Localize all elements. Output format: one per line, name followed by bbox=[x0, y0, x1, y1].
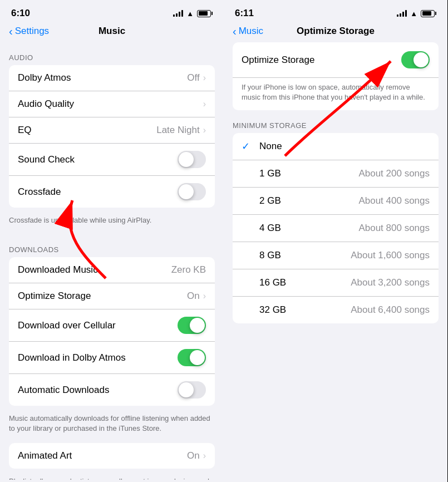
dolby-atmos-label: Dolby Atmos bbox=[18, 72, 71, 83]
download-cellular-knob bbox=[190, 318, 205, 333]
status-icons-left: ▲ bbox=[173, 9, 213, 18]
animated-art-note: Playlist, album, and artist pages, album… bbox=[0, 473, 224, 480]
automatic-downloads-label: Automatic Downloads bbox=[18, 385, 109, 396]
downloaded-music-row[interactable]: Downloaded Music Zero KB bbox=[9, 257, 215, 283]
animated-art-right: On › bbox=[187, 450, 206, 461]
checkmark-none: ✓ bbox=[242, 140, 253, 153]
optimize-group: Optimize Storage If your iPhone is low o… bbox=[233, 42, 439, 110]
dolby-atmos-row[interactable]: Dolby Atmos Off › bbox=[9, 65, 215, 91]
storage-left-16gb: ✓ 16 GB bbox=[242, 277, 286, 289]
automatic-downloads-knob bbox=[179, 382, 194, 397]
dolby-atmos-chevron: › bbox=[203, 73, 206, 83]
storage-label-8gb: 8 GB bbox=[259, 250, 281, 261]
storage-row-none[interactable]: ✓ None bbox=[233, 133, 439, 160]
battery-icon bbox=[197, 10, 213, 17]
storage-label-16gb: 16 GB bbox=[259, 277, 286, 288]
automatic-downloads-toggle[interactable] bbox=[178, 381, 206, 399]
optimize-storage-right: On › bbox=[187, 291, 206, 302]
downloaded-music-value: Zero KB bbox=[171, 264, 206, 276]
status-bar-right: 6:11 ▲ bbox=[224, 0, 447, 22]
dolby-atmos-right: Off › bbox=[187, 72, 206, 83]
eq-label: EQ bbox=[18, 125, 32, 136]
storage-label-none: None bbox=[259, 141, 282, 152]
automatic-downloads-row[interactable]: Automatic Downloads bbox=[9, 374, 215, 406]
eq-right: Late Night › bbox=[156, 125, 206, 136]
wifi-icon-right: ▲ bbox=[410, 9, 417, 18]
storage-label-2gb: 2 GB bbox=[259, 195, 281, 206]
back-chevron-left: ‹ bbox=[9, 26, 13, 37]
downloaded-music-label: Downloaded Music bbox=[18, 264, 98, 276]
animated-art-row[interactable]: Animated Art On › bbox=[9, 443, 215, 469]
storage-row-8gb[interactable]: ✓ 8 GB About 1,600 songs bbox=[233, 242, 439, 269]
animated-art-group: Animated Art On › bbox=[9, 443, 215, 469]
page-title-right: Optimize Storage bbox=[297, 26, 375, 37]
eq-row[interactable]: EQ Late Night › bbox=[9, 117, 215, 144]
download-dolby-row[interactable]: Download in Dolby Atmos bbox=[9, 342, 215, 374]
optimize-storage-toggle[interactable] bbox=[401, 51, 430, 68]
dolby-atmos-value: Off bbox=[187, 72, 199, 83]
signal-icon-right bbox=[397, 10, 407, 17]
page-title-left: Music bbox=[99, 26, 125, 37]
optimize-desc: If your iPhone is low on space, automati… bbox=[233, 78, 439, 110]
storage-row-32gb[interactable]: ✓ 32 GB About 6,400 songs bbox=[233, 297, 439, 323]
audio-quality-right: › bbox=[203, 99, 206, 109]
storage-detail-1gb: About 200 songs bbox=[358, 168, 430, 179]
crossfade-knob bbox=[179, 184, 194, 199]
right-phone-screen: 6:11 ▲ ‹ Music Optimize Storage bbox=[224, 0, 447, 482]
storage-detail-8gb: About 1,600 songs bbox=[351, 250, 430, 261]
storage-row-4gb[interactable]: ✓ 4 GB About 800 songs bbox=[233, 215, 439, 242]
signal-icon bbox=[173, 10, 183, 17]
download-cellular-row[interactable]: Download over Cellular bbox=[9, 309, 215, 342]
nav-bar-left: ‹ Settings Music bbox=[0, 22, 224, 42]
downloads-section-header: DOWNLOADS bbox=[0, 234, 224, 257]
eq-value: Late Night bbox=[156, 125, 200, 136]
audio-quality-chevron: › bbox=[203, 99, 206, 109]
status-bar-left: 6:10 ▲ bbox=[0, 0, 224, 22]
back-button-right[interactable]: ‹ Music bbox=[233, 26, 263, 37]
nav-bar-right: ‹ Music Optimize Storage bbox=[224, 22, 447, 42]
optimize-storage-value: On bbox=[187, 291, 200, 302]
sound-check-toggle[interactable] bbox=[178, 151, 206, 168]
status-time-left: 6:10 bbox=[11, 8, 30, 19]
audio-section-header: AUDIO bbox=[0, 42, 224, 65]
crossfade-label: Crossfade bbox=[18, 186, 61, 198]
crossfade-toggle[interactable] bbox=[178, 183, 206, 200]
sound-check-row[interactable]: Sound Check bbox=[9, 144, 215, 176]
status-icons-right: ▲ bbox=[397, 9, 436, 18]
crossfade-row[interactable]: Crossfade bbox=[9, 176, 215, 208]
storage-detail-4gb: About 800 songs bbox=[358, 223, 430, 234]
optimize-storage-knob bbox=[413, 52, 429, 67]
eq-chevron: › bbox=[203, 125, 206, 135]
storage-row-1gb[interactable]: ✓ 1 GB About 200 songs bbox=[233, 160, 439, 188]
storage-label-32gb: 32 GB bbox=[259, 304, 286, 316]
back-button-left[interactable]: ‹ Settings bbox=[9, 26, 49, 37]
audio-group: Dolby Atmos Off › Audio Quality › EQ Lat… bbox=[9, 65, 215, 208]
downloads-group: Downloaded Music Zero KB Optimize Storag… bbox=[9, 257, 215, 406]
optimize-storage-label: Optimize Storage bbox=[18, 291, 91, 302]
storage-row-16gb[interactable]: ✓ 16 GB About 3,200 songs bbox=[233, 269, 439, 297]
storage-label-1gb: 1 GB bbox=[259, 168, 281, 179]
download-cellular-label: Download over Cellular bbox=[18, 320, 116, 331]
back-label-right: Music bbox=[239, 26, 263, 37]
sound-check-knob bbox=[179, 152, 194, 167]
optimize-toggle-label: Optimize Storage bbox=[242, 55, 314, 66]
storage-left-8gb: ✓ 8 GB bbox=[242, 249, 281, 262]
storage-left-32gb: ✓ 32 GB bbox=[242, 304, 286, 316]
battery-icon-right bbox=[421, 10, 436, 17]
audio-quality-row[interactable]: Audio Quality › bbox=[9, 91, 215, 117]
storage-label-4gb: 4 GB bbox=[259, 223, 281, 234]
storage-detail-16gb: About 3,200 songs bbox=[351, 277, 430, 288]
animated-art-chevron: › bbox=[203, 451, 206, 461]
download-dolby-label: Download in Dolby Atmos bbox=[18, 352, 126, 363]
download-dolby-toggle[interactable] bbox=[178, 349, 206, 366]
optimize-header-row[interactable]: Optimize Storage bbox=[233, 42, 439, 78]
storage-options-group: ✓ None ✓ 1 GB About 200 songs ✓ 2 GB A bbox=[233, 133, 439, 323]
auto-downloads-note: Music automatically downloads for offlin… bbox=[0, 410, 224, 442]
storage-left-2gb: ✓ 2 GB bbox=[242, 195, 281, 207]
crossfade-note: Crossfade is unavailable while using Air… bbox=[0, 212, 224, 234]
storage-row-2gb[interactable]: ✓ 2 GB About 400 songs bbox=[233, 188, 439, 215]
download-cellular-toggle[interactable] bbox=[178, 317, 206, 334]
downloaded-music-right: Zero KB bbox=[171, 264, 206, 276]
optimize-storage-row[interactable]: Optimize Storage On › bbox=[9, 283, 215, 309]
back-label-left: Settings bbox=[15, 26, 49, 37]
